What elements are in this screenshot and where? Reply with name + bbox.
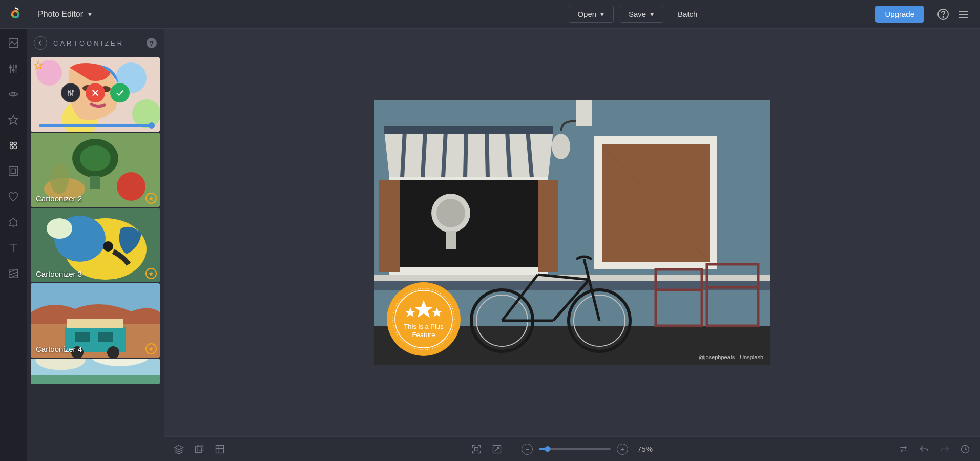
zoom-label: 75% <box>637 445 653 453</box>
svg-line-22 <box>9 272 18 275</box>
favorite-icon[interactable] <box>34 60 43 70</box>
plus-badge-icon: ★ <box>145 268 157 279</box>
texture-tool-icon[interactable] <box>6 266 20 281</box>
image-credit: @josephpeats - Unsplash <box>699 354 763 360</box>
svg-rect-113 <box>216 445 224 453</box>
save-button[interactable]: Save ▼ <box>620 6 663 23</box>
chevron-down-icon: ▼ <box>649 11 655 17</box>
canvas-viewport[interactable]: @josephpeats - Unsplash <box>164 29 980 436</box>
effect-apply-button[interactable] <box>110 83 130 102</box>
effect-label: Cartoonizer 4 <box>36 345 82 353</box>
app-name: Photo Editor <box>38 10 83 19</box>
svg-rect-116 <box>475 447 478 451</box>
svg-rect-80 <box>576 100 592 126</box>
effect-item[interactable]: Cartoonizer 3 ★ <box>31 208 160 282</box>
svg-text:This is a Plus: This is a Plus <box>404 323 444 330</box>
svg-rect-76 <box>384 126 553 134</box>
zoom-slider[interactable] <box>539 448 611 450</box>
svg-line-21 <box>9 269 18 273</box>
svg-text:Feature: Feature <box>412 331 435 339</box>
zoom-in-button[interactable]: + <box>617 444 628 455</box>
svg-line-71 <box>443 131 446 177</box>
effect-item[interactable] <box>31 359 160 384</box>
effects-panel: CARTOONIZER ? <box>27 29 164 461</box>
svg-point-16 <box>10 146 13 149</box>
fit-screen-icon[interactable] <box>471 444 482 455</box>
compare-icon[interactable] <box>194 444 205 455</box>
top-bar: Photo Editor ▼ Open ▼ Save ▼ Batch Upgra… <box>0 0 980 29</box>
bottom-bar: − + 75% <box>164 436 980 461</box>
svg-rect-58 <box>98 332 113 342</box>
panel-header: CARTOONIZER ? <box>27 29 164 57</box>
text-tool-icon[interactable] <box>6 241 20 255</box>
layers-icon[interactable] <box>173 444 184 455</box>
effect-controls <box>61 83 130 102</box>
back-button[interactable] <box>34 36 47 50</box>
undo-icon[interactable] <box>919 444 930 455</box>
svg-point-81 <box>552 134 570 159</box>
panel-help-icon[interactable]: ? <box>147 38 157 48</box>
plus-feature-badge[interactable]: This is a Plus Feature <box>385 281 462 358</box>
svg-point-28 <box>132 99 160 128</box>
crop-tool-icon[interactable] <box>6 36 20 50</box>
history-icon[interactable] <box>960 444 971 455</box>
svg-rect-112 <box>197 445 203 451</box>
svg-point-17 <box>14 146 16 149</box>
svg-rect-57 <box>75 332 90 342</box>
svg-line-73 <box>487 131 488 177</box>
chevron-down-icon: ▼ <box>87 11 93 17</box>
effect-label: Cartoonizer 3 <box>36 269 82 278</box>
actual-size-icon[interactable] <box>491 444 503 455</box>
svg-point-50 <box>47 218 72 239</box>
svg-point-100 <box>656 328 671 344</box>
star-tool-icon[interactable] <box>6 113 20 127</box>
adjust-tool-icon[interactable] <box>6 61 20 76</box>
plus-badge-icon: ★ <box>145 193 157 204</box>
svg-point-45 <box>50 163 69 194</box>
effect-item-active[interactable] <box>31 57 160 132</box>
svg-rect-18 <box>9 167 18 176</box>
shape-tool-icon[interactable] <box>6 215 20 229</box>
upgrade-button[interactable]: Upgrade <box>875 6 924 23</box>
menu-icon[interactable] <box>955 6 972 23</box>
svg-line-69 <box>402 131 405 177</box>
svg-rect-111 <box>196 447 202 453</box>
svg-point-101 <box>686 328 702 344</box>
app-selector[interactable]: Photo Editor ▼ <box>32 7 99 22</box>
help-icon[interactable] <box>935 6 951 23</box>
effect-intensity-slider[interactable] <box>39 124 152 127</box>
chevron-down-icon: ▼ <box>599 11 605 17</box>
grid-icon[interactable] <box>214 444 225 455</box>
heart-tool-icon[interactable] <box>6 190 20 204</box>
canvas-area: @josephpeats - Unsplash <box>164 29 980 461</box>
redo-icon[interactable] <box>939 444 950 455</box>
svg-point-104 <box>708 328 724 344</box>
svg-rect-42 <box>90 176 100 189</box>
svg-point-15 <box>14 142 16 145</box>
effect-cancel-button[interactable] <box>86 83 105 102</box>
visibility-tool-icon[interactable] <box>6 87 20 101</box>
svg-point-78 <box>436 199 465 227</box>
swap-icon[interactable] <box>898 444 909 455</box>
zoom-out-button[interactable]: − <box>522 444 533 455</box>
effect-item[interactable]: Cartoonizer 2 ★ <box>31 133 160 207</box>
effects-tool-icon[interactable] <box>6 138 20 153</box>
frame-tool-icon[interactable] <box>6 164 20 178</box>
svg-line-70 <box>423 131 425 177</box>
svg-rect-54 <box>67 319 123 328</box>
effect-label: Cartoonizer 2 <box>36 194 82 203</box>
svg-rect-79 <box>446 231 456 249</box>
app-logo <box>8 7 23 22</box>
svg-rect-68 <box>538 180 558 272</box>
svg-rect-66 <box>397 180 540 267</box>
svg-line-74 <box>507 131 510 177</box>
svg-rect-60 <box>31 375 160 384</box>
panel-title: CARTOONIZER <box>53 39 140 47</box>
svg-point-49 <box>103 241 113 252</box>
batch-button[interactable]: Batch <box>670 6 705 22</box>
svg-point-2 <box>943 16 944 17</box>
svg-point-14 <box>10 142 13 145</box>
effect-settings-button[interactable] <box>61 83 80 102</box>
open-button[interactable]: Open ▼ <box>569 6 614 23</box>
effect-item[interactable]: Cartoonizer 4 ★ <box>31 283 160 358</box>
